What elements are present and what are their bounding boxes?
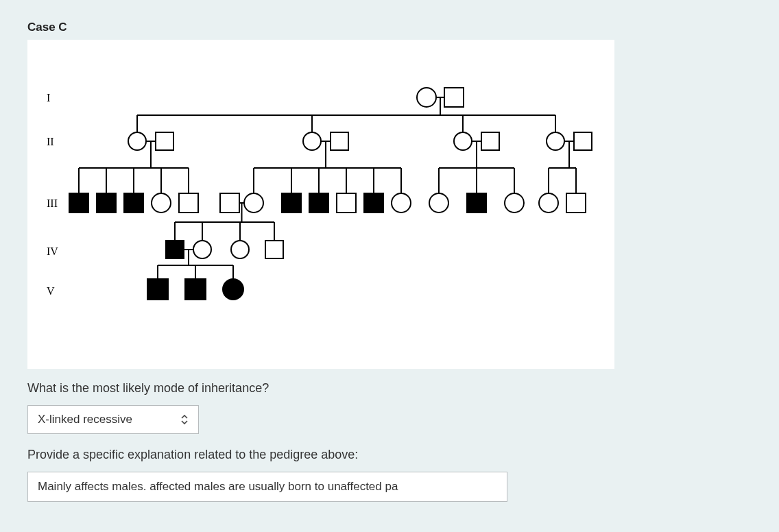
pedigree-II-6 xyxy=(481,132,499,150)
pedigree-I-2 xyxy=(444,88,464,107)
pedigree-III-14 xyxy=(467,193,486,213)
pedigree-III-13 xyxy=(429,193,448,213)
case-title: Case C xyxy=(27,21,752,34)
pedigree-svg xyxy=(27,40,614,369)
pedigree-I-1 xyxy=(417,88,436,107)
pedigree-III-4 xyxy=(152,193,171,213)
pedigree-IV-1 xyxy=(166,241,184,258)
pedigree-IV-2 xyxy=(193,241,211,258)
pedigree-V-1 xyxy=(147,279,168,300)
pedigree-II-1 xyxy=(128,132,146,150)
pedigree-V-3 xyxy=(223,279,243,300)
pedigree-IV-3 xyxy=(231,241,249,258)
pedigree-III-6 xyxy=(220,193,239,213)
pedigree-III-7 xyxy=(244,193,263,213)
pedigree-III-11 xyxy=(364,193,383,213)
explanation-input[interactable]: Mainly affects males. affected males are… xyxy=(27,472,507,502)
mode-select-value: X-linked recessive xyxy=(38,413,132,426)
pedigree-II-8 xyxy=(574,132,592,150)
mode-select[interactable]: X-linked recessive xyxy=(27,405,199,434)
explanation-input-value: Mainly affects males. affected males are… xyxy=(38,480,398,494)
pedigree-III-3 xyxy=(124,193,143,213)
question-mode: What is the most likely mode of inherita… xyxy=(27,381,752,396)
pedigree-chart: I II III IV V xyxy=(27,40,614,369)
pedigree-III-17 xyxy=(566,193,586,213)
pedigree-III-2 xyxy=(97,193,116,213)
pedigree-II-4 xyxy=(331,132,348,150)
pedigree-II-7 xyxy=(547,132,564,150)
pedigree-III-9 xyxy=(309,193,328,213)
pedigree-III-15 xyxy=(505,193,524,213)
pedigree-II-2 xyxy=(156,132,173,150)
pedigree-III-16 xyxy=(539,193,558,213)
pedigree-IV-4 xyxy=(265,241,283,258)
pedigree-III-8 xyxy=(282,193,301,213)
pedigree-III-1 xyxy=(69,193,88,213)
pedigree-III-5 xyxy=(179,193,198,213)
pedigree-V-2 xyxy=(185,279,206,300)
pedigree-II-3 xyxy=(303,132,321,150)
pedigree-III-12 xyxy=(392,193,411,213)
question-explanation: Provide a specific explanation related t… xyxy=(27,448,752,462)
pedigree-II-5 xyxy=(454,132,472,150)
pedigree-III-10 xyxy=(337,193,356,213)
